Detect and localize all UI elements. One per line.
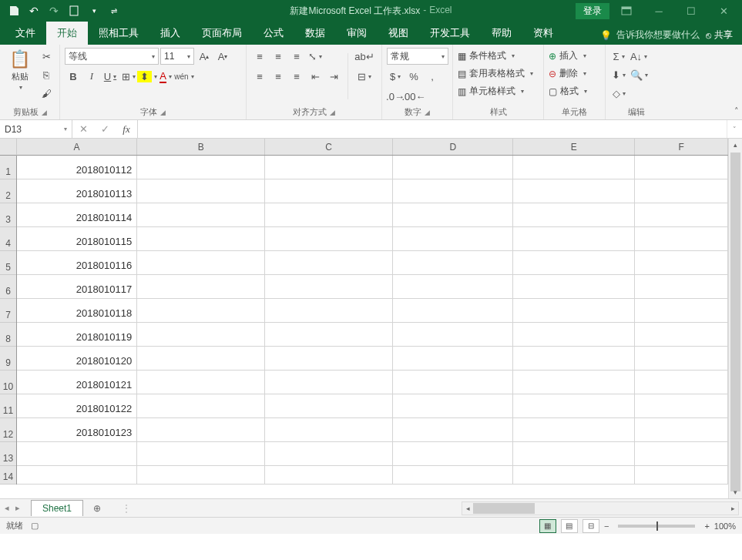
cell[interactable]: 2018010114 [17, 203, 137, 227]
tab-dev[interactable]: 开发工具 [419, 22, 481, 45]
col-header[interactable]: F [635, 139, 728, 155]
number-launcher-icon[interactable]: ◢ [425, 109, 430, 116]
expand-formula-icon[interactable]: ˅ [727, 120, 742, 138]
cell[interactable] [393, 418, 513, 442]
cell[interactable] [513, 371, 635, 394]
percent-icon[interactable]: % [405, 68, 422, 85]
cancel-formula-icon[interactable]: ✕ [72, 123, 94, 135]
sheet-nav-prev-icon[interactable]: ◂ [5, 503, 9, 513]
cell[interactable] [265, 203, 393, 227]
tab-help[interactable]: 帮助 [481, 22, 522, 45]
cell[interactable] [265, 347, 393, 371]
row-header[interactable]: 8 [0, 323, 16, 347]
copy-icon[interactable]: ⎘ [38, 66, 55, 83]
cell[interactable] [265, 299, 393, 323]
cells[interactable]: 2018010112201801011320180101142018010115… [17, 156, 728, 485]
cell[interactable] [513, 251, 635, 275]
align-top-icon[interactable]: ≡ [251, 48, 268, 65]
cell[interactable]: 2018010116 [17, 251, 137, 275]
cell[interactable] [265, 442, 393, 466]
delete-cells-button[interactable]: ⊖删除▾ [549, 65, 586, 82]
row-header[interactable]: 3 [0, 203, 16, 227]
find-select-icon[interactable]: 🔍▾ [630, 66, 647, 83]
cell[interactable] [265, 275, 393, 299]
vertical-scrollbar[interactable]: ▴ ▾ [728, 139, 742, 498]
cell[interactable] [393, 227, 513, 251]
cell[interactable] [513, 418, 635, 442]
cell[interactable] [635, 394, 728, 418]
row-header[interactable]: 14 [0, 466, 16, 485]
cell[interactable] [137, 275, 265, 299]
decrease-decimal-icon[interactable]: .00← [405, 88, 422, 105]
align-center-icon[interactable]: ≡ [270, 68, 287, 85]
col-header[interactable]: B [137, 139, 265, 155]
cell[interactable] [393, 156, 513, 179]
cell[interactable] [635, 466, 728, 485]
close-icon[interactable]: ✕ [708, 2, 739, 20]
comma-icon[interactable]: , [424, 68, 441, 85]
currency-icon[interactable]: $▾ [387, 68, 404, 85]
cell[interactable] [393, 442, 513, 466]
cell[interactable] [635, 418, 728, 442]
cell[interactable] [137, 442, 265, 466]
cell[interactable] [265, 156, 393, 179]
zoom-in-icon[interactable]: + [704, 521, 709, 531]
hscroll-thumb[interactable] [473, 503, 535, 514]
tab-view[interactable]: 视图 [378, 22, 419, 45]
enter-formula-icon[interactable]: ✓ [94, 123, 116, 135]
horizontal-scrollbar[interactable]: ◂ ▸ [462, 501, 739, 515]
cell[interactable]: 2018010113 [17, 179, 137, 203]
fx-icon[interactable]: fx [116, 123, 137, 136]
cell[interactable] [635, 323, 728, 347]
align-bottom-icon[interactable]: ≡ [288, 48, 305, 65]
minimize-icon[interactable]: ─ [643, 2, 674, 20]
indent-dec-icon[interactable]: ⇤ [307, 68, 324, 85]
paste-button[interactable]: 📋 粘贴 ▾ [5, 48, 35, 91]
tab-camera[interactable]: 照相工具 [88, 22, 149, 45]
number-format-combo[interactable]: 常规▾ [387, 48, 448, 65]
view-pagebreak-icon[interactable]: ⊟ [583, 519, 599, 533]
scroll-up-icon[interactable]: ▴ [729, 139, 742, 151]
cell[interactable] [265, 323, 393, 347]
cell[interactable] [393, 466, 513, 485]
cell[interactable] [137, 347, 265, 371]
row-header[interactable]: 11 [0, 394, 16, 418]
align-right-icon[interactable]: ≡ [288, 68, 305, 85]
cell[interactable] [513, 347, 635, 371]
fill-color-icon[interactable]: ⬍▾ [139, 68, 156, 85]
clipboard-launcher-icon[interactable]: ◢ [42, 109, 47, 116]
tab-file[interactable]: 文件 [5, 22, 46, 45]
conditional-format-button[interactable]: ▦条件格式▾ [458, 48, 515, 64]
wrap-text-icon[interactable]: ab↵ [354, 48, 375, 65]
row-header[interactable]: 4 [0, 227, 16, 251]
col-header[interactable]: A [17, 139, 137, 155]
row-header[interactable]: 10 [0, 371, 16, 394]
cell[interactable] [393, 323, 513, 347]
zoom-out-icon[interactable]: − [604, 521, 609, 531]
cell[interactable] [137, 251, 265, 275]
cell[interactable] [635, 179, 728, 203]
cell[interactable]: 2018010120 [17, 347, 137, 371]
align-launcher-icon[interactable]: ◢ [330, 109, 335, 116]
cell[interactable] [393, 179, 513, 203]
cell[interactable] [137, 371, 265, 394]
row-header[interactable]: 9 [0, 347, 16, 371]
cell[interactable] [635, 251, 728, 275]
font-name-combo[interactable]: 等线▾ [65, 48, 159, 65]
row-header[interactable]: 12 [0, 418, 16, 442]
cell-styles-button[interactable]: ▥单元格样式▾ [458, 83, 524, 99]
ribbon-options-icon[interactable] [611, 2, 642, 20]
cell[interactable] [513, 203, 635, 227]
cell[interactable] [635, 203, 728, 227]
cell[interactable]: 2018010122 [17, 394, 137, 418]
col-header[interactable]: C [265, 139, 393, 155]
view-layout-icon[interactable]: ▤ [561, 519, 578, 533]
cell[interactable] [513, 156, 635, 179]
border-icon[interactable]: ⊞▾ [120, 68, 137, 85]
cell[interactable]: 2018010117 [17, 275, 137, 299]
cell[interactable]: 2018010121 [17, 371, 137, 394]
underline-button[interactable]: U▾ [102, 68, 119, 85]
cell[interactable] [265, 179, 393, 203]
name-box[interactable]: D13 ▾ [0, 120, 72, 138]
cell[interactable] [635, 371, 728, 394]
